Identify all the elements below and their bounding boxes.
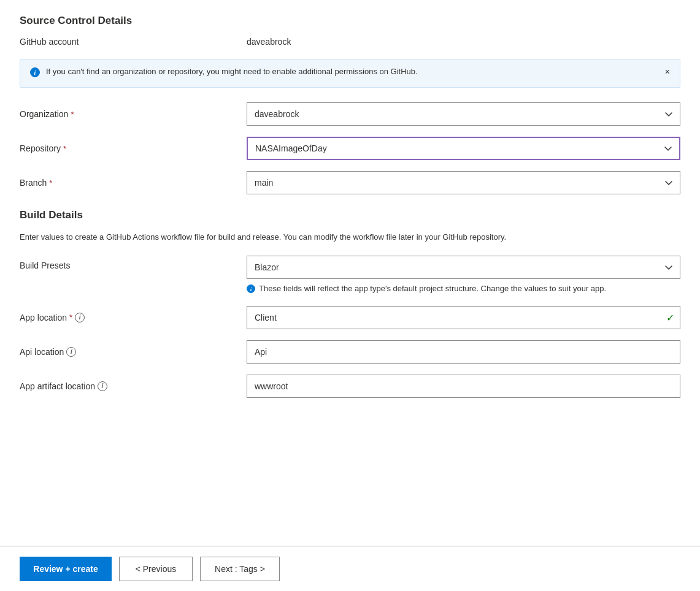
app-artifact-info-icon[interactable]: i [98, 381, 107, 391]
repository-required: * [63, 144, 66, 153]
api-location-control[interactable] [247, 340, 680, 364]
info-banner-close-button[interactable]: × [663, 66, 672, 78]
previous-button[interactable]: < Previous [119, 557, 193, 581]
github-account-value: daveabrock [247, 37, 291, 47]
branch-select[interactable]: main [247, 171, 680, 194]
organization-row: Organization * daveabrock [20, 102, 680, 126]
repository-select[interactable]: NASAImageOfDay [247, 137, 680, 160]
organization-select[interactable]: daveabrock [247, 102, 680, 126]
repository-value: NASAImageOfDay [255, 143, 327, 153]
build-presets-select[interactable]: Blazor [247, 256, 680, 279]
app-artifact-control[interactable] [247, 375, 680, 398]
build-details-title: Build Details [20, 209, 680, 221]
organization-value: daveabrock [255, 109, 299, 119]
repository-control[interactable]: NASAImageOfDay [247, 137, 680, 160]
branch-control[interactable]: main [247, 171, 680, 194]
app-location-info-icon[interactable]: i [75, 313, 85, 322]
app-location-label: App location * i [20, 313, 247, 322]
info-banner: i If you can't find an organization or r… [20, 59, 680, 88]
section-source-control: Source Control Details GitHub account da… [20, 15, 680, 194]
preset-hint-icon: i [247, 284, 255, 295]
app-artifact-input[interactable] [247, 375, 680, 398]
app-location-input[interactable] [247, 306, 680, 329]
app-artifact-row: App artifact location i [20, 375, 680, 398]
app-location-check-icon: ✓ [666, 311, 674, 323]
api-location-input[interactable] [247, 340, 680, 364]
branch-label: Branch * [20, 178, 247, 188]
info-banner-icon: i [30, 67, 40, 80]
app-location-control[interactable]: ✓ [247, 306, 680, 329]
repository-chevron-icon [664, 143, 672, 153]
info-banner-text: If you can't find an organization or rep… [46, 67, 670, 76]
build-presets-value: Blazor [255, 262, 279, 272]
build-presets-row: Build Presets Blazor i Thes [20, 256, 680, 295]
footer: Review + create < Previous Next : Tags > [0, 546, 700, 591]
build-presets-control: Blazor i These fields will reflect the a… [247, 256, 680, 295]
svg-text:i: i [34, 69, 36, 76]
api-location-label: Api location i [20, 347, 247, 357]
branch-required: * [49, 178, 52, 188]
source-control-title: Source Control Details [20, 15, 680, 27]
repository-row: Repository * NASAImageOfDay [20, 137, 680, 160]
preset-hint: i These fields will reflect the app type… [247, 284, 680, 295]
build-presets-label: Build Presets [20, 256, 247, 270]
api-location-row: Api location i [20, 340, 680, 364]
app-location-required: * [69, 313, 72, 322]
app-location-row: App location * i ✓ [20, 306, 680, 329]
organization-chevron-icon [665, 109, 672, 119]
organization-label: Organization * [20, 109, 247, 119]
build-details-description: Enter values to create a GitHub Actions … [20, 231, 680, 243]
github-account-row: GitHub account daveabrock [20, 37, 680, 47]
repository-label: Repository * [20, 143, 247, 153]
github-account-label: GitHub account [20, 37, 247, 47]
api-location-info-icon[interactable]: i [66, 347, 76, 357]
branch-chevron-icon [665, 178, 672, 188]
build-presets-chevron-icon [665, 262, 672, 272]
next-tags-button[interactable]: Next : Tags > [200, 557, 280, 581]
preset-hint-text: These fields will reflect the app type's… [259, 284, 606, 293]
app-artifact-label: App artifact location i [20, 381, 247, 391]
section-build-details: Build Details Enter values to create a G… [20, 209, 680, 398]
branch-value: main [255, 178, 273, 188]
organization-control[interactable]: daveabrock [247, 102, 680, 126]
review-create-button[interactable]: Review + create [20, 557, 112, 581]
branch-row: Branch * main [20, 171, 680, 194]
organization-required: * [71, 110, 74, 119]
